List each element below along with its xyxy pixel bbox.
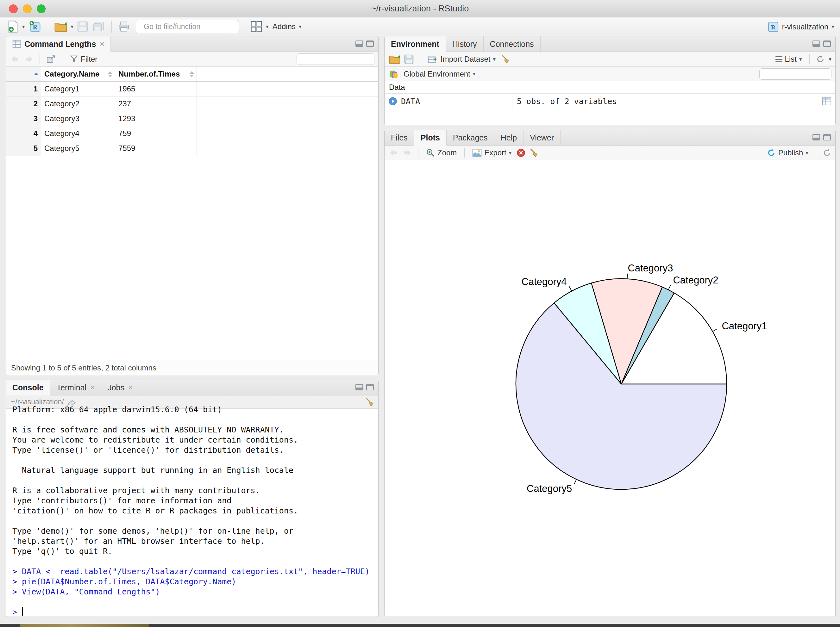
tab-files[interactable]: Files [385, 130, 414, 145]
console-line: Type 'license()' or 'licence()' for dist… [13, 445, 378, 455]
filter-button[interactable]: Filter [69, 54, 99, 65]
tab-history[interactable]: History [446, 36, 484, 52]
refresh-icon[interactable] [816, 55, 825, 64]
zoom-plot-button[interactable]: Zoom [425, 147, 458, 159]
minimize-pane-icon[interactable] [355, 41, 363, 47]
close-icon[interactable]: × [100, 39, 104, 49]
refresh-caret-icon[interactable]: ▾ [829, 57, 831, 62]
tab-terminal[interactable]: Terminal × [51, 380, 102, 395]
tab-connections[interactable]: Connections [484, 36, 541, 52]
tab-label: Help [501, 133, 517, 142]
save-workspace-icon[interactable] [404, 54, 414, 64]
close-window-button[interactable] [9, 5, 18, 13]
expand-object-icon[interactable] [388, 97, 397, 106]
column-label: Category.Name [44, 69, 99, 79]
save-all-button[interactable] [92, 20, 106, 33]
list-view-button[interactable]: List ▾ [774, 54, 803, 65]
console-output[interactable]: Platform: x86_64-apple-darwin15.6.0 (64-… [6, 405, 378, 616]
next-plot-icon[interactable] [402, 148, 412, 157]
close-icon[interactable]: × [90, 383, 95, 392]
console-line [13, 516, 378, 526]
list-label: List [785, 55, 797, 64]
source-pane: Command Lengths × Filter [6, 36, 379, 375]
publish-button[interactable]: Publish ▾ [766, 147, 810, 159]
tab-jobs[interactable]: Jobs × [101, 380, 139, 395]
print-button[interactable] [117, 20, 131, 33]
tab-plots[interactable]: Plots [414, 130, 447, 145]
minimize-window-button[interactable] [23, 5, 32, 13]
column-header-category[interactable]: Category.Name [41, 67, 115, 81]
load-workspace-folder-icon[interactable] [389, 54, 400, 64]
table-row[interactable]: 3Category31293 [6, 111, 378, 126]
zoom-window-button[interactable] [37, 5, 46, 13]
table-row[interactable]: 2Category2237 [6, 96, 378, 111]
open-file-button[interactable] [53, 20, 68, 33]
dock-icon-glow [20, 624, 149, 627]
table-search-box [297, 54, 374, 65]
minimize-pane-icon[interactable] [812, 41, 820, 47]
new-file-caret-icon[interactable]: ▾ [22, 24, 25, 30]
row-number-header[interactable] [6, 67, 41, 81]
table-row[interactable]: 5Category57559 [6, 141, 378, 156]
environment-pane: Environment History Connections Import D… [384, 36, 835, 125]
save-button[interactable] [76, 20, 89, 33]
addins-label: Addins [273, 22, 295, 31]
tab-label: Viewer [530, 133, 554, 142]
environment-layers-icon [389, 69, 398, 79]
column-header-times[interactable]: Number.of.Times [115, 67, 197, 81]
minimize-pane-icon[interactable] [812, 134, 820, 140]
maximize-pane-icon[interactable] [823, 134, 831, 140]
new-project-button[interactable]: R [28, 19, 43, 34]
pie-chart: Category1Category2Category3Category4Cate… [385, 160, 835, 616]
clear-environment-broom-icon[interactable] [501, 54, 510, 64]
console-prompt[interactable]: > [13, 607, 378, 616]
view-table-icon[interactable] [822, 97, 831, 106]
project-caret-icon: ▾ [831, 24, 834, 30]
new-file-button[interactable] [6, 19, 20, 34]
table-body: 1Category119652Category22373Category3129… [6, 82, 378, 156]
sort-icons [189, 71, 194, 77]
table-row[interactable]: 4Category4759 [6, 126, 378, 141]
export-plot-button[interactable]: Export ▾ [471, 147, 513, 159]
remove-plot-icon[interactable] [516, 148, 526, 157]
back-icon[interactable] [11, 55, 20, 64]
maximize-pane-icon[interactable] [823, 41, 831, 47]
refresh-plot-icon[interactable] [823, 148, 831, 157]
category-cell: Category2 [41, 96, 115, 111]
maximize-pane-icon[interactable] [366, 41, 374, 47]
tab-viewer[interactable]: Viewer [524, 130, 561, 145]
environment-search-input[interactable] [765, 69, 835, 79]
pane-layout-caret-icon[interactable]: ▾ [266, 24, 269, 30]
pie-label-tick [574, 479, 576, 484]
popout-icon[interactable] [46, 55, 56, 64]
open-file-caret-icon[interactable]: ▾ [71, 24, 74, 30]
table-search-input[interactable] [303, 55, 379, 64]
tab-label: Environment [391, 39, 439, 49]
forward-icon[interactable] [24, 55, 33, 64]
addins-button[interactable]: Addins ▾ [271, 21, 303, 32]
tab-console[interactable]: Console [6, 380, 51, 395]
environment-object-row[interactable]: DATA 5 obs. of 2 variables [385, 94, 835, 109]
minimize-pane-icon[interactable] [355, 384, 363, 391]
close-icon[interactable]: × [128, 383, 133, 392]
goto-file-input[interactable] [143, 22, 238, 32]
tab-packages[interactable]: Packages [447, 130, 494, 145]
plot-area: Category1Category2Category3Category4Cate… [385, 160, 835, 616]
import-dataset-button[interactable]: Import Dataset ▾ [427, 54, 497, 65]
previous-plot-icon[interactable] [389, 148, 398, 157]
console-line [13, 476, 378, 485]
tab-environment[interactable]: Environment [385, 36, 446, 52]
tab-help[interactable]: Help [494, 130, 524, 145]
times-cell: 1965 [115, 82, 197, 96]
tab-command-lengths[interactable]: Command Lengths × [6, 36, 111, 52]
table-row[interactable]: 1Category11965 [6, 82, 378, 96]
environment-scope-selector[interactable]: Global Environment ▾ [402, 68, 477, 80]
plots-pane: Files Plots Packages Help Viewer Zoom Ex… [384, 130, 835, 617]
maximize-pane-icon[interactable] [366, 384, 374, 391]
pie-label-tick [569, 286, 572, 291]
list-icon [775, 56, 782, 62]
pane-layout-button[interactable] [249, 20, 263, 33]
clear-plots-broom-icon[interactable] [529, 148, 539, 158]
toolbar-separator [464, 148, 465, 158]
project-selector[interactable]: R r-visualization ▾ [767, 17, 834, 36]
